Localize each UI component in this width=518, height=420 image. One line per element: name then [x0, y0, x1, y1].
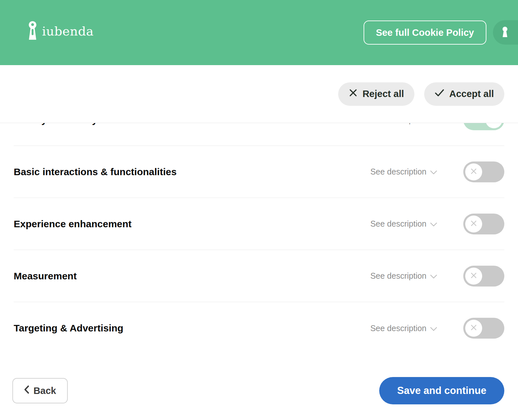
cookie-category-list: Strictly necessary See description	[0, 123, 518, 354]
toggle-knob	[465, 216, 482, 232]
check-icon	[435, 89, 444, 99]
see-description-label: See description	[370, 324, 426, 333]
see-description-button[interactable]: See description	[370, 167, 437, 176]
consent-toggle-experience-enhancement[interactable]	[463, 214, 504, 234]
consent-toggle-measurement[interactable]	[463, 266, 504, 287]
chevron-down-icon	[430, 271, 437, 281]
x-icon	[469, 167, 478, 177]
brand-wordmark: iubenda	[42, 24, 94, 38]
check-icon	[490, 123, 498, 124]
chevron-down-icon	[430, 123, 437, 125]
x-icon	[469, 271, 478, 281]
see-description-button[interactable]: See description	[370, 219, 437, 229]
chevron-left-icon	[24, 385, 29, 396]
category-row-strictly-necessary: Strictly necessary See description	[14, 123, 504, 146]
see-full-cookie-policy-button[interactable]: See full Cookie Policy	[364, 21, 486, 45]
category-row-basic-interactions: Basic interactions & functionalities See…	[14, 146, 504, 198]
back-button[interactable]: Back	[12, 378, 68, 403]
category-title: Targeting & Advertising	[14, 323, 123, 334]
privacy-widget-button[interactable]	[493, 20, 518, 45]
consent-action-bar: Reject all Accept all	[0, 65, 518, 123]
consent-toggle-targeting-advertising[interactable]	[463, 318, 504, 339]
see-description-button[interactable]: See description	[370, 324, 437, 333]
x-icon	[469, 323, 478, 333]
see-description-label: See description	[370, 219, 426, 229]
chevron-down-icon	[430, 219, 437, 229]
back-label: Back	[34, 385, 56, 396]
toggle-knob	[465, 268, 482, 285]
see-description-label: See description	[370, 271, 426, 281]
category-title: Measurement	[14, 271, 77, 282]
see-description-button[interactable]: See description	[370, 271, 437, 281]
category-row-targeting-advertising: Targeting & Advertising See description	[14, 302, 504, 354]
x-icon	[349, 88, 358, 100]
category-title: Basic interactions & functionalities	[14, 166, 177, 177]
chevron-down-icon	[430, 324, 437, 333]
consent-toggle-basic-interactions[interactable]	[463, 161, 504, 182]
toggle-knob	[465, 163, 482, 180]
category-row-measurement: Measurement See description	[14, 250, 504, 302]
category-row-experience-enhancement: Experience enhancement See description	[14, 198, 504, 250]
reject-all-label: Reject all	[363, 89, 404, 99]
row-clip-strictly-necessary: Strictly necessary See description	[14, 123, 504, 146]
category-title: Strictly necessary	[14, 123, 97, 125]
keyhole-icon	[28, 21, 37, 42]
save-and-continue-button[interactable]: Save and continue	[379, 377, 504, 404]
footer-bar: Back Save and continue	[0, 377, 518, 404]
see-description-label: See description	[370, 167, 426, 176]
chevron-down-icon	[430, 167, 437, 176]
see-description-button[interactable]: See description	[370, 123, 437, 125]
see-description-label: See description	[370, 123, 426, 125]
category-title: Experience enhancement	[14, 218, 132, 230]
keyhole-icon	[501, 26, 509, 38]
accept-all-button[interactable]: Accept all	[424, 82, 504, 106]
consent-toggle-strictly-necessary[interactable]	[463, 123, 504, 130]
brand-logo: iubenda	[28, 21, 94, 42]
reject-all-button[interactable]: Reject all	[338, 82, 414, 106]
green-header: iubenda See full Cookie Policy	[0, 0, 518, 65]
x-icon	[469, 219, 478, 229]
toggle-knob	[465, 320, 482, 337]
accept-all-label: Accept all	[449, 89, 494, 99]
toggle-knob	[485, 123, 502, 128]
